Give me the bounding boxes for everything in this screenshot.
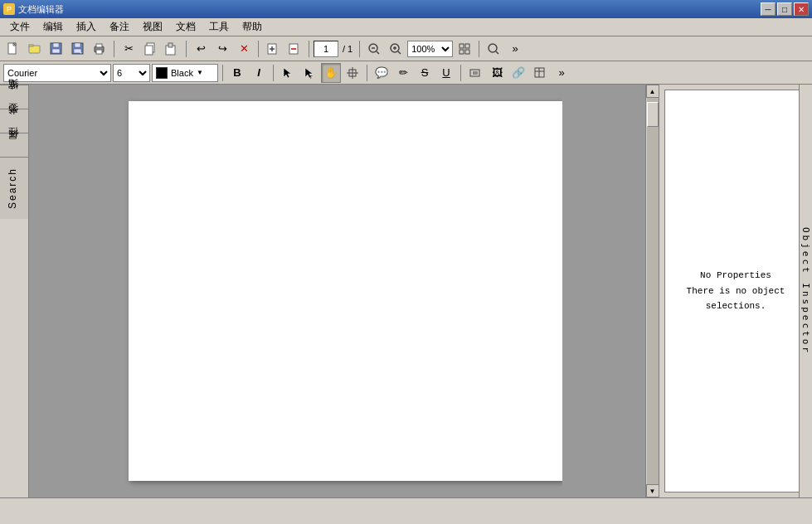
bold-button[interactable]: B: [227, 63, 247, 83]
strikethrough-tool[interactable]: S: [415, 63, 435, 83]
svg-rect-13: [96, 50, 102, 54]
menu-help[interactable]: 帮助: [236, 18, 269, 36]
new-button[interactable]: [3, 39, 23, 59]
font-size-select[interactable]: 6 8 10 12: [113, 64, 150, 82]
color-name: Black: [171, 68, 193, 78]
copy-button[interactable]: [140, 39, 160, 59]
zoom-out-button[interactable]: [364, 39, 384, 59]
scroll-down-button[interactable]: ▼: [646, 484, 659, 497]
sidebar-tab-properties[interactable]: 属性: [0, 133, 28, 157]
separator-7: [222, 65, 223, 81]
toolbar-format: Courier 6 8 10 12 Black ▼ B I T ✋ 💬 ✏ S: [0, 61, 812, 85]
print-button[interactable]: [90, 39, 109, 59]
right-margin: [562, 85, 645, 497]
italic-button[interactable]: I: [249, 63, 269, 83]
open-button[interactable]: [25, 39, 45, 59]
toolbar-main: + ✂ ↩ ↪ ✕: [0, 36, 812, 61]
comment-tool[interactable]: 💬: [372, 63, 391, 83]
color-dropdown-icon: ▼: [197, 69, 203, 76]
inspector-no-selection: There is no object: [687, 284, 785, 299]
cut-button[interactable]: ✂: [119, 39, 139, 59]
svg-rect-6: [52, 49, 60, 53]
scroll-thumb[interactable]: [647, 102, 659, 127]
sidebar-tab-search[interactable]: Search: [0, 157, 28, 219]
sidebar-tab-thumbnails[interactable]: 缩览: [0, 85, 28, 109]
minimize-button[interactable]: ─: [761, 2, 776, 16]
text-select-tool[interactable]: T: [299, 63, 319, 83]
title-bar: P 文档编辑器 ─ □ ✕: [0, 0, 812, 18]
remove-page-button[interactable]: [284, 39, 304, 59]
save-button[interactable]: [46, 39, 66, 59]
menu-file[interactable]: 文件: [3, 18, 36, 36]
title-bar-left: P 文档编辑器: [3, 3, 64, 16]
color-picker-button[interactable]: Black ▼: [152, 64, 218, 82]
menu-tools[interactable]: 工具: [202, 18, 236, 36]
search-button[interactable]: [484, 39, 503, 59]
separator-9: [367, 65, 367, 81]
font-name-select[interactable]: Courier: [3, 64, 111, 82]
svg-rect-12: [96, 44, 102, 47]
vertical-scrollbar[interactable]: ▲ ▼: [645, 85, 659, 497]
menu-view[interactable]: 视图: [136, 18, 169, 36]
zoom-fit-button[interactable]: [455, 39, 474, 59]
svg-text:T: T: [309, 75, 313, 80]
title-bar-controls: ─ □ ✕: [761, 2, 809, 16]
image-tool[interactable]: 🖼: [487, 63, 507, 83]
svg-rect-30: [459, 44, 464, 48]
document-page[interactable]: [129, 101, 562, 481]
page-total: / 1: [340, 44, 355, 54]
svg-rect-3: [29, 45, 33, 46]
area-highlight-tool[interactable]: [465, 63, 485, 83]
svg-rect-31: [465, 44, 469, 48]
scroll-up-button[interactable]: ▲: [646, 85, 659, 98]
separator-2: [186, 41, 187, 57]
page-number-input[interactable]: [314, 41, 338, 57]
menu-document[interactable]: 文档: [169, 18, 202, 36]
document-area[interactable]: [29, 85, 645, 497]
separator-3: [258, 41, 259, 57]
separator-10: [460, 65, 461, 81]
undo-button[interactable]: ↩: [191, 39, 211, 59]
underline-tool[interactable]: U: [436, 63, 456, 83]
insert-page-button[interactable]: [263, 39, 283, 59]
scroll-track[interactable]: [647, 98, 659, 484]
left-sidebar: 缩览 书签 属性 Search: [0, 85, 29, 497]
select-tool[interactable]: [278, 63, 298, 83]
more-format-button[interactable]: »: [552, 63, 571, 83]
svg-text:+: +: [80, 50, 83, 55]
redo-button[interactable]: ↪: [212, 39, 232, 59]
title-bar-text: 文档编辑器: [18, 3, 64, 16]
svg-line-35: [496, 51, 498, 54]
menu-edit[interactable]: 编辑: [36, 18, 70, 36]
zoom-select[interactable]: 100% 75% 150%: [407, 41, 453, 57]
maximize-button[interactable]: □: [777, 2, 792, 16]
form-tool[interactable]: [530, 63, 550, 83]
svg-marker-36: [284, 68, 291, 78]
svg-rect-33: [465, 50, 469, 54]
svg-line-25: [377, 51, 379, 54]
save-as-button[interactable]: +: [68, 39, 88, 59]
svg-rect-32: [459, 50, 464, 54]
delete-button[interactable]: ✕: [234, 39, 254, 59]
separator-6: [479, 41, 479, 57]
separator-8: [273, 65, 274, 81]
close-button[interactable]: ✕: [794, 2, 809, 16]
sidebar-tab-bookmarks[interactable]: 书签: [0, 109, 28, 133]
menu-annotate[interactable]: 备注: [103, 18, 136, 36]
zoom-in-button[interactable]: [386, 39, 406, 59]
menu-insert[interactable]: 插入: [70, 18, 103, 36]
more-button[interactable]: »: [505, 39, 525, 59]
link-tool[interactable]: 🔗: [508, 63, 528, 83]
main-area: 缩览 书签 属性 Search ▲ ▼ No Properties There …: [0, 85, 812, 497]
separator-1: [114, 41, 114, 57]
right-inspector-panel: No Properties There is no object selecti…: [659, 85, 812, 497]
svg-rect-42: [470, 70, 479, 76]
status-bar: [0, 497, 812, 514]
pencil-tool[interactable]: ✏: [393, 63, 413, 83]
crosshair-tool[interactable]: [343, 63, 362, 83]
hand-tool[interactable]: ✋: [321, 63, 341, 83]
inspector-no-selection2: selections.: [706, 298, 766, 314]
menu-bar: 文件 编辑 插入 备注 视图 文档 工具 帮助: [0, 18, 812, 36]
paste-button[interactable]: [162, 39, 182, 59]
svg-point-34: [489, 44, 497, 52]
